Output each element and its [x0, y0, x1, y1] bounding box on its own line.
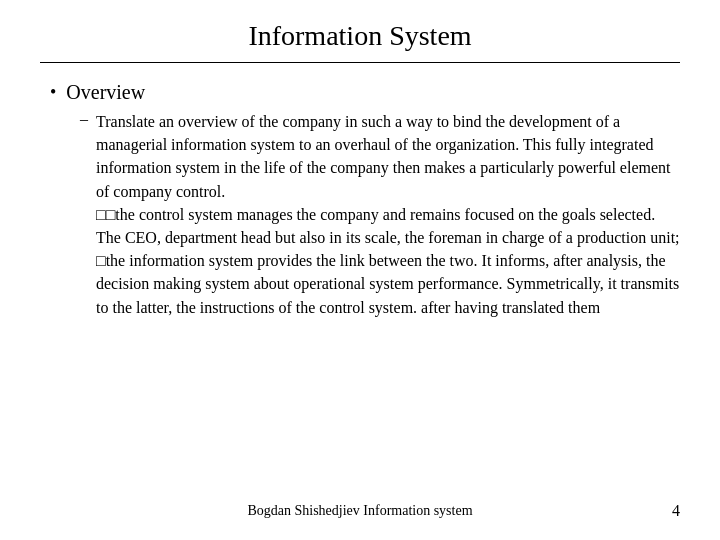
slide-container: Information System • Overview – Translat…: [0, 0, 720, 540]
bullet-label: Overview: [66, 81, 145, 104]
footer-center: Bogdan Shishedjiev Information system: [200, 503, 520, 519]
footer-page-number: 4: [520, 502, 680, 520]
slide-footer: Bogdan Shishedjiev Information system 4: [40, 494, 680, 520]
bullet-overview: • Overview: [50, 81, 680, 104]
bullet-symbol: •: [50, 82, 56, 103]
slide-title: Information System: [40, 20, 680, 63]
slide-content: • Overview – Translate an overview of th…: [40, 81, 680, 494]
sub-item-overview: – Translate an overview of the company i…: [80, 110, 680, 319]
sub-dash: –: [80, 110, 88, 128]
sub-text: Translate an overview of the company in …: [96, 110, 680, 319]
